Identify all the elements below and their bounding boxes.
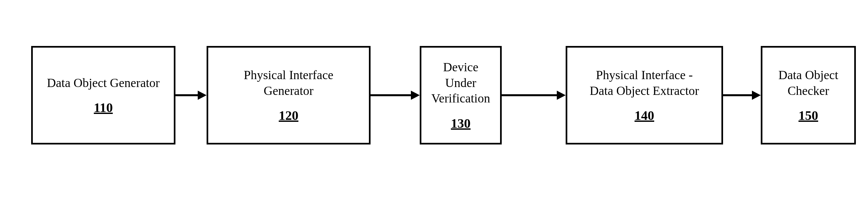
block-ref: 140: [634, 108, 654, 123]
block-ref: 110: [94, 100, 113, 115]
flow-diagram: Data Object Generator 110 Physical Inter…: [31, 46, 856, 144]
svg-marker-1: [198, 91, 207, 100]
block-ref: 120: [279, 108, 299, 123]
block-device-under-verification: Device Under Verification 130: [420, 46, 502, 144]
arrow-icon: [176, 89, 207, 102]
block-title: Device Under Verification: [431, 59, 490, 106]
block-title: Physical Interface - Data Object Extract…: [590, 67, 699, 99]
block-ref: 130: [451, 116, 471, 131]
block-title: Data Object Generator: [47, 75, 160, 91]
block-ref: 150: [799, 108, 818, 123]
block-data-object-checker: Data Object Checker 150: [761, 46, 856, 144]
arrow-icon: [723, 89, 761, 102]
block-title: Physical Interface Generator: [244, 67, 333, 99]
svg-marker-5: [557, 91, 566, 100]
svg-marker-3: [411, 91, 420, 100]
svg-marker-7: [752, 91, 761, 100]
arrow-icon: [502, 89, 566, 102]
block-physical-interface-data-object-extractor: Physical Interface - Data Object Extract…: [566, 46, 723, 144]
block-physical-interface-generator: Physical Interface Generator 120: [207, 46, 371, 144]
block-data-object-generator: Data Object Generator 110: [31, 46, 176, 144]
arrow-icon: [371, 89, 420, 102]
block-title: Data Object Checker: [778, 67, 838, 99]
